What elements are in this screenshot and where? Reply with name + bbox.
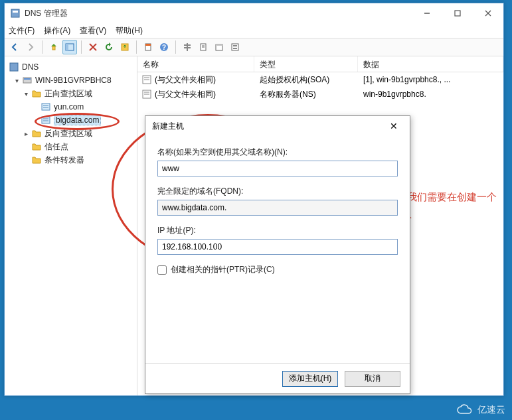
svg-rect-18 [187, 43, 188, 51]
tree-server[interactable]: ▾ WIN-9B1GVRPBHC8 [7, 74, 134, 87]
tree-zone-yun[interactable]: yun.com [7, 100, 134, 113]
svg-rect-0 [11, 9, 19, 17]
dialog-title: 新建主机 [152, 121, 384, 132]
titlebar[interactable]: DNS 管理器 [5, 3, 503, 23]
svg-text:?: ? [162, 44, 166, 51]
svg-rect-6 [52, 46, 55, 50]
menu-view[interactable]: 查看(V) [80, 25, 106, 36]
col-type[interactable]: 类型 [254, 56, 358, 72]
col-data[interactable]: 数据 [358, 56, 503, 72]
list-row[interactable]: (与父文件夹相同) 起始授权机构(SOA) [1], win-9b1gvrpbh… [137, 72, 503, 87]
col-name[interactable]: 名称 [137, 56, 254, 72]
minimize-button[interactable] [412, 3, 442, 23]
svg-rect-8 [66, 44, 68, 50]
svg-rect-24 [232, 44, 238, 50]
svg-rect-29 [24, 78, 31, 80]
new-host-dialog: 新建主机 ✕ 名称(如果为空则使用其父域名称)(N): 完全限定的域名(FQDN… [145, 115, 410, 394]
svg-rect-27 [10, 63, 18, 71]
dialog-close-button[interactable]: ✕ [384, 119, 403, 133]
app-icon [10, 8, 21, 19]
svg-rect-23 [216, 44, 222, 46]
filter-button[interactable] [180, 40, 195, 54]
window-title: DNS 管理器 [25, 8, 412, 19]
tree-forward-zones[interactable]: ▾ 正向查找区域 [7, 87, 134, 100]
tree-zone-bigdata[interactable]: bigdata.com [7, 113, 134, 127]
svg-rect-1 [13, 11, 18, 13]
ptr-label: 创建相关的指针(PTR)记录(C) [171, 264, 275, 275]
server-icon [22, 75, 33, 86]
list-header: 名称 类型 数据 [137, 56, 503, 72]
refresh-button[interactable] [102, 40, 116, 54]
fqdn-input [157, 200, 398, 216]
ip-input[interactable] [157, 239, 398, 255]
menubar: 文件(F) 操作(A) 查看(V) 帮助(H) [5, 23, 503, 38]
tree-pane: DNS ▾ WIN-9B1GVRPBHC8 ▾ 正向查找区域 yun.com b… [5, 56, 137, 395]
ip-label: IP 地址(P): [157, 225, 398, 236]
show-hide-tree-button[interactable] [62, 40, 77, 54]
svg-rect-25 [233, 45, 237, 46]
export-button[interactable] [118, 40, 132, 54]
name-label: 名称(如果为空则使用其父域名称)(N): [157, 147, 398, 158]
cancel-button[interactable]: 取消 [345, 371, 400, 387]
tree-trust-points[interactable]: 信任点 [7, 140, 134, 153]
new-host-button[interactable] [228, 40, 242, 54]
dns-icon [9, 62, 19, 72]
ptr-checkbox[interactable] [157, 265, 167, 275]
tree-reverse-zones[interactable]: ▸ 反向查找区域 [7, 127, 134, 140]
expander-icon[interactable]: ▾ [22, 90, 30, 98]
expander-icon[interactable]: ▾ [13, 77, 21, 84]
folder-icon [31, 155, 42, 165]
svg-rect-3 [455, 11, 460, 16]
expander-icon[interactable]: ▸ [22, 130, 30, 137]
tree-conditional-forwarders[interactable]: 条件转发器 [7, 153, 134, 167]
zone-icon [41, 102, 51, 112]
new-record-button[interactable] [196, 40, 211, 54]
close-button[interactable] [473, 3, 503, 23]
folder-icon [31, 128, 42, 139]
fqdn-label: 完全限定的域名(FQDN): [157, 186, 398, 197]
back-button[interactable] [7, 40, 22, 54]
record-icon [141, 89, 152, 100]
svg-rect-30 [42, 104, 50, 110]
menu-help[interactable]: 帮助(H) [116, 25, 143, 36]
folder-icon [31, 88, 42, 99]
folder-icon [31, 141, 42, 152]
dialog-titlebar[interactable]: 新建主机 ✕ [145, 116, 410, 136]
svg-rect-33 [42, 117, 50, 123]
svg-rect-13 [145, 44, 151, 46]
name-input[interactable] [157, 161, 398, 176]
forward-button[interactable] [23, 40, 38, 54]
properties-button[interactable] [141, 40, 155, 54]
svg-rect-26 [233, 48, 237, 49]
maximize-button[interactable] [442, 3, 473, 23]
tree-root-dns[interactable]: DNS [7, 60, 134, 74]
menu-action[interactable]: 操作(A) [44, 25, 70, 36]
record-icon [141, 74, 152, 85]
list-row[interactable]: (与父文件夹相同) 名称服务器(NS) win-9b1gvrpbhc8. [137, 87, 503, 102]
menu-file[interactable]: 文件(F) [9, 25, 35, 36]
delete-button[interactable] [86, 40, 100, 54]
toolbar: ? [5, 38, 503, 56]
new-zone-button[interactable] [212, 40, 226, 54]
watermark: 亿速云 [456, 404, 505, 416]
zone-icon [41, 115, 51, 125]
add-host-button[interactable]: 添加主机(H) [282, 371, 338, 387]
help-button[interactable]: ? [157, 40, 171, 54]
cloud-icon [456, 404, 473, 416]
up-button[interactable] [46, 40, 61, 54]
